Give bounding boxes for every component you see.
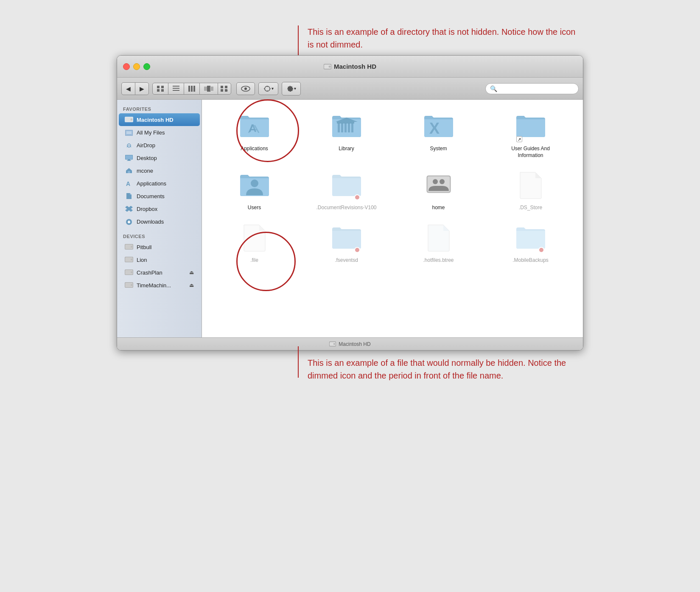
applications-folder-icon: A — [239, 112, 270, 143]
file-item-user-guides[interactable]: ↗ User Guides AndInformation — [487, 108, 574, 163]
sidebar-label-desktop: Desktop — [137, 155, 157, 161]
svg-point-77 — [334, 343, 336, 345]
svg-rect-8 — [173, 88, 179, 89]
sidebar-item-downloads[interactable]: Downloads — [119, 215, 200, 228]
arrange-dropdown-button[interactable] — [218, 83, 231, 94]
svg-point-54 — [131, 272, 132, 273]
close-button[interactable] — [123, 63, 130, 70]
search-input[interactable] — [499, 85, 574, 92]
sidebar-item-dropbox[interactable]: Dropbox — [119, 202, 200, 215]
view-buttons[interactable] — [152, 83, 231, 95]
hidden-badge-mobilebackups — [538, 247, 544, 253]
home-drive-label: home — [432, 205, 445, 211]
minimize-button[interactable] — [133, 63, 140, 70]
file-item-system[interactable]: X System — [395, 108, 482, 163]
maximize-button[interactable] — [143, 63, 150, 70]
forward-button[interactable]: ▶ — [135, 83, 148, 95]
file-item-hotfiles[interactable]: .hotfiles.btree — [395, 220, 482, 268]
quick-look-button[interactable] — [236, 82, 255, 95]
svg-rect-37 — [126, 155, 132, 159]
sidebar-item-airdrop[interactable]: AirDrop — [119, 139, 200, 152]
file-item-docrevisions[interactable]: .DocumentRevisions-V100 — [302, 167, 390, 216]
sidebar-item-desktop[interactable]: Desktop — [119, 152, 200, 164]
svg-rect-45 — [128, 222, 130, 223]
sidebar-label-pitbull: Pitbull — [137, 244, 151, 250]
svg-rect-10 — [188, 86, 190, 92]
sidebar-item-macintosh-hd[interactable]: Macintosh HD — [119, 113, 200, 126]
timemachine-eject-icon[interactable]: ⏏ — [189, 282, 194, 288]
window-title: Macintosh HD — [324, 63, 376, 70]
mobilebackups-folder-label: .MobileBackups — [512, 257, 549, 264]
arrange-button[interactable]: ▾ — [258, 82, 278, 95]
sidebar-label-all-my-files: All My Files — [137, 129, 165, 136]
nav-buttons[interactable]: ◀ ▶ — [121, 82, 149, 95]
action-button[interactable]: ▾ — [282, 82, 301, 95]
file-item-home[interactable]: home — [395, 167, 482, 216]
sidebar-label-documents: Documents — [137, 193, 165, 199]
docrevisions-folder-icon — [331, 171, 362, 202]
timemachine-icon — [125, 281, 133, 289]
svg-point-73 — [433, 179, 438, 184]
back-button[interactable]: ◀ — [122, 83, 135, 95]
coverflow-view-button[interactable] — [200, 83, 218, 94]
svg-point-2 — [329, 66, 330, 67]
file-item-users[interactable]: Users — [210, 167, 298, 216]
applications-folder-label: Applications — [241, 146, 268, 152]
library-folder-icon — [331, 112, 362, 143]
file-item-ds-store[interactable]: .DS_Store — [487, 167, 574, 216]
sidebar-label-downloads: Downloads — [137, 219, 164, 225]
mobilebackups-folder-icon — [515, 224, 546, 255]
applications-icon: A — [125, 179, 133, 188]
file-hidden-label: .file — [250, 257, 258, 264]
svg-rect-18 — [225, 86, 227, 88]
file-item-fseventsd[interactable]: .fseventsd — [302, 220, 390, 268]
sidebar-item-timemachine[interactable]: TimeMachin... ⏏ — [119, 279, 200, 292]
svg-rect-63 — [341, 123, 343, 132]
sidebar-item-pitbull[interactable]: Pitbull — [119, 241, 200, 253]
statusbar: Macintosh HD — [117, 337, 583, 350]
sidebar-label-timemachine: TimeMachin... — [137, 282, 171, 289]
svg-rect-66 — [351, 123, 353, 132]
list-view-button[interactable] — [168, 83, 184, 94]
airdrop-icon — [125, 141, 133, 149]
sidebar-label-crashplan: CrashPlan — [137, 269, 162, 276]
svg-rect-67 — [337, 122, 354, 123]
svg-rect-9 — [173, 90, 179, 91]
search-box[interactable]: 🔍 — [485, 83, 579, 94]
gear-button[interactable]: ▾ — [282, 82, 300, 95]
fseventsd-folder-icon — [331, 224, 362, 255]
titlebar: Macintosh HD — [117, 56, 583, 78]
system-folder-icon: X — [423, 112, 454, 143]
svg-text:A: A — [126, 180, 130, 187]
column-view-button[interactable] — [184, 83, 200, 94]
favorites-section-title: FAVORITES — [117, 104, 202, 113]
file-item-applications[interactable]: A Applications — [210, 108, 298, 163]
icon-view-button[interactable] — [153, 83, 168, 94]
sidebar: FAVORITES Macintosh HD All My Files — [117, 100, 202, 337]
sidebar-item-documents[interactable]: Documents — [119, 190, 200, 202]
svg-rect-39 — [127, 160, 131, 161]
arrange-icon-button[interactable]: ▾ — [259, 83, 278, 95]
sidebar-item-mcone[interactable]: mcone — [119, 164, 200, 177]
svg-point-22 — [244, 87, 247, 90]
documents-icon — [125, 192, 133, 200]
sidebar-item-all-my-files[interactable]: All My Files — [119, 126, 200, 139]
users-folder-label: Users — [248, 205, 261, 211]
annotation-bottom: This is an example of a file that would … — [278, 351, 583, 382]
file-item-mobilebackups[interactable]: .MobileBackups — [487, 220, 574, 268]
user-guides-folder-icon: ↗ — [515, 112, 546, 143]
annotation-top: This is an example of a directory that i… — [278, 25, 583, 55]
sidebar-item-crashplan[interactable]: CrashPlan ⏏ — [119, 266, 200, 279]
sidebar-label-airdrop: AirDrop — [137, 142, 155, 149]
svg-text:A: A — [249, 122, 257, 135]
crashplan-eject-icon[interactable]: ⏏ — [189, 269, 194, 275]
svg-rect-5 — [161, 86, 164, 88]
sidebar-item-applications[interactable]: A Applications — [119, 177, 200, 190]
file-item-library[interactable]: Library — [302, 108, 390, 163]
svg-rect-40 — [128, 171, 130, 173]
ds-store-icon — [515, 171, 546, 202]
eye-button[interactable] — [237, 83, 255, 95]
sidebar-item-lion[interactable]: Lion — [119, 253, 200, 266]
ds-store-label: .DS_Store — [519, 205, 542, 211]
file-item-file[interactable]: .file — [210, 220, 298, 268]
